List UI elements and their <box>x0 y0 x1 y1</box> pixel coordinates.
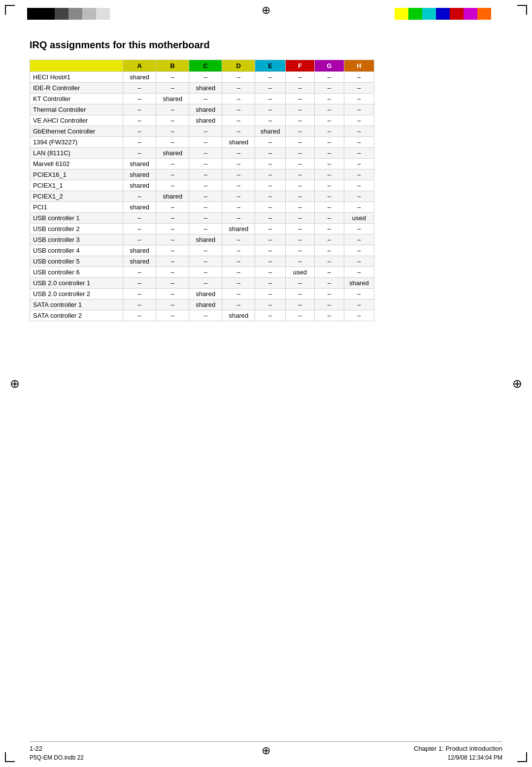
irq-cell: – <box>222 191 255 202</box>
irq-cell: – <box>344 224 374 234</box>
col-header-h: H <box>344 60 374 72</box>
irq-cell: – <box>222 83 255 94</box>
irq-cell: – <box>285 310 314 321</box>
irq-cell: – <box>156 224 189 234</box>
device-cell: USB controller 1 <box>30 213 123 224</box>
irq-cell: – <box>156 267 189 278</box>
irq-cell: shared <box>255 126 285 137</box>
irq-cell: – <box>189 213 222 224</box>
header-bars-right <box>395 8 505 20</box>
irq-cell: – <box>285 104 314 115</box>
irq-cell: – <box>123 115 156 126</box>
corner-mark-tl <box>5 5 15 15</box>
irq-cell: – <box>189 148 222 159</box>
irq-cell: – <box>344 148 374 159</box>
table-row: PCIEX1_1shared––––––– <box>30 180 374 191</box>
irq-cell: – <box>285 245 314 256</box>
table-row: KT Controller–shared–––––– <box>30 94 374 104</box>
irq-cell: – <box>123 267 156 278</box>
irq-cell: – <box>123 278 156 289</box>
irq-cell: shared <box>123 169 156 180</box>
irq-cell: – <box>315 159 344 169</box>
irq-cell: shared <box>189 115 222 126</box>
irq-cell: – <box>189 126 222 137</box>
irq-cell: – <box>189 191 222 202</box>
device-cell: USB 2.0 controller 1 <box>30 278 123 289</box>
irq-cell: – <box>255 115 285 126</box>
irq-cell: – <box>315 256 344 267</box>
irq-cell: – <box>285 83 314 94</box>
irq-cell: – <box>156 180 189 191</box>
irq-cell: – <box>285 169 314 180</box>
irq-cell: used <box>344 213 374 224</box>
device-cell: SATA controller 1 <box>30 300 123 310</box>
irq-cell: – <box>222 234 255 245</box>
table-row: SATA controller 2–––shared–––– <box>30 310 374 321</box>
irq-cell: – <box>315 94 344 104</box>
irq-cell: – <box>222 104 255 115</box>
irq-cell: – <box>156 278 189 289</box>
corner-mark-br <box>517 752 527 762</box>
irq-cell: – <box>222 159 255 169</box>
irq-cell: – <box>156 245 189 256</box>
irq-cell: – <box>255 159 285 169</box>
irq-cell: – <box>285 137 314 148</box>
device-cell: PCI1 <box>30 202 123 213</box>
irq-cell: – <box>156 310 189 321</box>
irq-cell: – <box>189 224 222 234</box>
irq-cell: – <box>285 94 314 104</box>
irq-cell: – <box>156 115 189 126</box>
irq-cell: shared <box>123 256 156 267</box>
irq-cell: – <box>344 159 374 169</box>
irq-cell: – <box>123 104 156 115</box>
color-block <box>395 8 408 20</box>
device-cell: 1394 (FW3227) <box>30 137 123 148</box>
irq-cell: – <box>156 104 189 115</box>
table-row: USB 2.0 controller 1–––––––shared <box>30 278 374 289</box>
color-block <box>96 8 110 20</box>
table-row: LAN (8111C)–shared–––––– <box>30 148 374 159</box>
irq-cell: shared <box>222 137 255 148</box>
irq-cell: – <box>255 256 285 267</box>
irq-cell: – <box>315 234 344 245</box>
irq-cell: – <box>315 137 344 148</box>
table-row: USB 2.0 controller 2––shared––––– <box>30 289 374 300</box>
table-row: USB controller 3––shared––––– <box>30 234 374 245</box>
irq-cell: shared <box>189 234 222 245</box>
irq-cell: – <box>123 289 156 300</box>
irq-cell: – <box>255 94 285 104</box>
main-content: IRQ assignments for this motherboard A B… <box>30 39 502 321</box>
irq-cell: – <box>285 126 314 137</box>
col-header-device <box>30 60 123 72</box>
irq-cell: shared <box>189 83 222 94</box>
irq-cell: – <box>255 300 285 310</box>
irq-cell: – <box>123 94 156 104</box>
table-row: 1394 (FW3227)–––shared–––– <box>30 137 374 148</box>
color-block <box>41 8 55 20</box>
irq-cell: shared <box>123 202 156 213</box>
irq-cell: – <box>344 169 374 180</box>
header-bars-left <box>27 8 124 20</box>
corner-mark-bl <box>5 752 15 762</box>
irq-cell: – <box>255 202 285 213</box>
irq-cell: – <box>222 115 255 126</box>
irq-cell: – <box>344 267 374 278</box>
irq-cell: – <box>344 310 374 321</box>
irq-cell: – <box>315 191 344 202</box>
device-cell: PCIEX1_2 <box>30 191 123 202</box>
device-cell: GbEthernet Controller <box>30 126 123 137</box>
color-block <box>82 8 96 20</box>
irq-cell: – <box>285 289 314 300</box>
irq-cell: – <box>123 191 156 202</box>
irq-cell: – <box>285 278 314 289</box>
irq-cell: – <box>189 256 222 267</box>
irq-cell: – <box>156 256 189 267</box>
device-cell: PCIEX16_1 <box>30 169 123 180</box>
irq-cell: – <box>255 137 285 148</box>
irq-cell: – <box>156 202 189 213</box>
footer-date: 12/9/08 12:34:04 PM <box>448 754 502 761</box>
color-block <box>68 8 82 20</box>
irq-cell: – <box>189 72 222 83</box>
irq-cell: – <box>315 202 344 213</box>
table-row: USB controller 6–––––used–– <box>30 267 374 278</box>
